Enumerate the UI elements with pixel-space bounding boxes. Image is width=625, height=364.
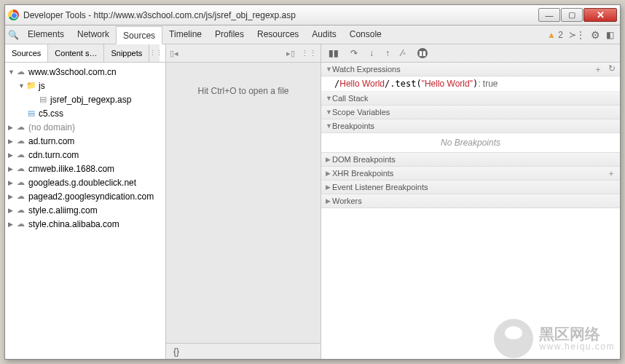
search-icon[interactable]: 🔍 — [5, 30, 21, 40]
file-tree: ▼☁www.w3school.com.cn ▼📁js ▤jsref_obj_re… — [5, 63, 165, 359]
step-over-icon[interactable]: ↷ — [350, 48, 358, 58]
pretty-print-button[interactable]: {} — [166, 343, 321, 359]
section-scope-variables[interactable]: ▼Scope Variables — [321, 106, 620, 119]
editor-panel: ▯◂ ▸▯ ⋮⋮ Hit Ctrl+O to open a file {} — [166, 44, 321, 359]
watch-expression-row[interactable]: /Hello World/.test("Hello World"): true — [321, 76, 620, 92]
section-workers[interactable]: ▶Workers — [321, 194, 620, 208]
add-xhr-bp-icon[interactable]: ＋ — [607, 167, 616, 180]
minimize-button[interactable]: — — [538, 8, 560, 22]
section-xhr-breakpoints[interactable]: ▶XHR Breakpoints＋ — [321, 167, 620, 181]
deactivate-breakpoints-icon[interactable]: ⁄◦ — [401, 48, 406, 58]
pause-icon[interactable]: ▮▮ — [329, 48, 339, 58]
subtab-content-scripts[interactable]: Content s… — [48, 44, 104, 62]
tree-domain[interactable]: ▶☁(no domain) — [5, 120, 165, 134]
tab-resources[interactable]: Resources — [251, 25, 305, 44]
history-fwd-icon[interactable]: ▸▯ — [286, 49, 295, 58]
tab-console[interactable]: Console — [343, 25, 388, 44]
tree-file-css[interactable]: ▤c5.css — [5, 106, 165, 120]
subtab-sources[interactable]: Sources — [5, 44, 48, 62]
tree-domain[interactable]: ▶☁pagead2.googlesyndication.com — [5, 189, 165, 203]
warning-badge[interactable]: ▲ 2 — [547, 30, 563, 40]
chrome-icon — [8, 9, 19, 20]
devtools-window: Developer Tools - http://www.w3school.co… — [4, 4, 621, 360]
step-out-icon[interactable]: ↑ — [385, 48, 390, 58]
sources-panel-left: Sources Content s… Snippets ⋮⋮ ▼☁www.w3s… — [5, 44, 166, 359]
tree-domain[interactable]: ▶☁googleads.g.doubleclick.net — [5, 175, 165, 189]
no-breakpoints-label: No Breakpoints — [321, 133, 620, 153]
refresh-watch-icon[interactable]: ↻ — [608, 63, 616, 76]
tree-domain-root[interactable]: ▼☁www.w3school.com.cn — [5, 65, 165, 79]
tree-folder-js[interactable]: ▼📁js — [5, 79, 165, 92]
maximize-button[interactable]: ▢ — [561, 8, 583, 22]
navigator-tabs: Sources Content s… Snippets ⋮⋮ — [5, 44, 165, 63]
tree-domain[interactable]: ▶☁cmweb.ilike.1688.com — [5, 162, 165, 175]
section-dom-breakpoints[interactable]: ▶DOM Breakpoints — [321, 153, 620, 167]
window-title: Developer Tools - http://www.w3school.co… — [23, 10, 296, 20]
tab-timeline[interactable]: Timeline — [162, 25, 208, 44]
content-area: Sources Content s… Snippets ⋮⋮ ▼☁www.w3s… — [5, 44, 620, 359]
subtab-snippets[interactable]: Snippets — [104, 44, 149, 62]
section-breakpoints[interactable]: ▼Breakpoints — [321, 119, 620, 133]
drawer-toggle-icon[interactable]: ≻⋮ — [569, 30, 585, 40]
section-call-stack[interactable]: ▼Call Stack — [321, 92, 620, 106]
tree-domain[interactable]: ▶☁cdn.turn.com — [5, 148, 165, 162]
tree-domain[interactable]: ▶☁style.china.alibaba.com — [5, 217, 165, 231]
tab-elements[interactable]: Elements — [21, 25, 71, 44]
tree-domain[interactable]: ▶☁style.c.aliimg.com — [5, 203, 165, 217]
history-back-icon[interactable]: ▯◂ — [170, 49, 178, 58]
dock-icon[interactable]: ◧ — [606, 30, 614, 40]
section-watch-expressions[interactable]: ▼Watch Expressions ＋↻ — [321, 63, 620, 76]
tab-profiles[interactable]: Profiles — [208, 25, 251, 44]
step-into-icon[interactable]: ↓ — [369, 48, 374, 58]
debugger-panel: ▮▮ ↷ ↓ ↑ ⁄◦ ▮▮ ▼Watch Expressions ＋↻ /He… — [321, 44, 620, 359]
close-button[interactable]: ✕ — [583, 8, 617, 22]
add-watch-icon[interactable]: ＋ — [594, 63, 602, 76]
tree-file-js[interactable]: ▤jsref_obj_regexp.asp — [5, 92, 165, 106]
title-bar: Developer Tools - http://www.w3school.co… — [5, 5, 620, 25]
tab-network[interactable]: Network — [71, 25, 116, 44]
section-event-listener-breakpoints[interactable]: ▶Event Listener Breakpoints — [321, 181, 620, 194]
navigator-collapse-icon[interactable]: ⋮⋮ — [149, 44, 160, 62]
tab-sources[interactable]: Sources — [116, 26, 162, 44]
debugger-toolbar: ▮▮ ↷ ↓ ↑ ⁄◦ ▮▮ — [321, 44, 620, 63]
editor-collapse-icon[interactable]: ⋮⋮ — [301, 49, 317, 58]
tab-audits[interactable]: Audits — [305, 25, 342, 44]
main-tab-bar: 🔍 Elements Network Sources Timeline Prof… — [5, 25, 620, 44]
pause-on-exceptions-icon[interactable]: ▮▮ — [417, 48, 428, 58]
settings-icon[interactable]: ⚙ — [591, 29, 600, 41]
tree-domain[interactable]: ▶☁ad.turn.com — [5, 134, 165, 148]
editor-toolbar: ▯◂ ▸▯ ⋮⋮ — [166, 44, 321, 63]
editor-empty-hint: Hit Ctrl+O to open a file — [166, 63, 321, 343]
